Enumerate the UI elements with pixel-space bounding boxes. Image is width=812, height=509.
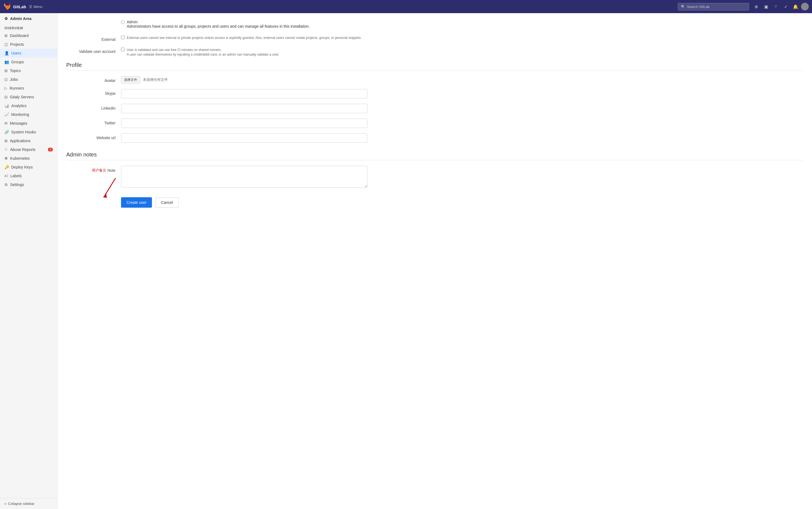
admin-area-icon: ⚙	[4, 16, 8, 21]
nav-icons: ⊕ ▣ ⑂ ✓ 🔔	[752, 2, 809, 11]
cancel-button[interactable]: Cancel	[155, 197, 179, 208]
logo-area[interactable]: GitLab	[3, 3, 26, 10]
avatar-label: Avatar	[66, 76, 121, 83]
external-desc: External users cannot see internal or pr…	[127, 36, 362, 40]
linkedin-input[interactable]	[121, 104, 367, 113]
admin-radio-desc: Administrators have access to all groups…	[127, 24, 310, 29]
sidebar-item-projects[interactable]: ◫ Projects	[0, 40, 57, 49]
merge-request-icon-button[interactable]: ⑂	[772, 2, 780, 11]
validate-user-row: Validate user account User is validated …	[66, 47, 803, 57]
abuse-reports-icon: ⚐	[4, 147, 8, 152]
skype-field	[121, 89, 367, 98]
projects-icon: ◫	[4, 42, 8, 46]
admin-notes-title: Admin notes	[66, 151, 803, 160]
note-textarea[interactable]	[121, 166, 367, 188]
search-box[interactable]: 🔍	[678, 3, 749, 10]
gitlab-logo-icon	[3, 3, 11, 10]
search-input[interactable]	[687, 5, 746, 9]
validate-desc1: User is validated and can use free CI mi…	[127, 48, 279, 52]
todo-icon-button[interactable]: ✓	[781, 2, 790, 11]
sidebar-item-analytics[interactable]: 📊 Analytics	[0, 101, 57, 110]
note-field	[121, 166, 367, 189]
topics-icon: ⊞	[4, 68, 8, 73]
sidebar-admin-area-label: ⚙ Admin Area	[0, 13, 57, 24]
sidebar-item-topics[interactable]: ⊞ Topics	[0, 66, 57, 75]
skype-label: Skype	[66, 89, 121, 96]
twitter-input[interactable]	[121, 118, 367, 128]
top-navigation: GitLab ☰ Menu 🔍 ⊕ ▣ ⑂ ✓ 🔔	[0, 0, 812, 13]
linkedin-field	[121, 104, 367, 113]
sidebar-item-settings[interactable]: ⚙ Settings	[0, 180, 57, 189]
note-label-combined: 用户备注 Note	[66, 166, 121, 173]
sidebar-item-jobs[interactable]: ⊡ Jobs	[0, 75, 57, 84]
linkedin-label: Linkedin	[66, 104, 121, 110]
user-avatar[interactable]	[801, 3, 809, 10]
sidebar: ⚙ Admin Area Overview ⊞ Dashboard ◫ Proj…	[0, 13, 58, 509]
plus-icon-button[interactable]: ⊕	[752, 2, 761, 11]
jobs-icon: ⊡	[4, 77, 8, 82]
admin-radio-text: Admin	[127, 20, 310, 24]
search-icon: 🔍	[681, 5, 685, 9]
collapse-sidebar-button[interactable]: « Collapse sidebar	[0, 498, 58, 509]
action-buttons: Create user Cancel	[66, 197, 803, 208]
sidebar-item-users[interactable]: 👤 Users	[0, 49, 57, 58]
twitter-row: Twitter	[66, 118, 803, 128]
collapse-icon: «	[4, 502, 6, 506]
sidebar-item-gitaly-servers[interactable]: ⊟ Gitaly Servers	[0, 93, 57, 101]
sidebar-item-abuse-reports[interactable]: ⚐ Abuse Reports 0	[0, 145, 57, 154]
red-arrow-svg	[99, 175, 126, 200]
note-row: 用户备注 Note	[66, 166, 803, 189]
sidebar-item-system-hooks[interactable]: 🔗 System Hooks	[0, 128, 57, 136]
sidebar-item-messages[interactable]: ✉ Messages	[0, 119, 57, 128]
abuse-reports-badge: 0	[48, 148, 53, 151]
notification-icon-button[interactable]: 🔔	[791, 2, 800, 11]
sidebar-item-deploy-keys[interactable]: 🔑 Deploy Keys	[0, 163, 57, 171]
svg-line-0	[105, 178, 115, 196]
twitter-label: Twitter	[66, 118, 121, 125]
runners-icon: ▷	[4, 86, 7, 91]
kubernetes-icon: ☸	[4, 156, 8, 161]
validate-field: User is validated and can use free CI mi…	[121, 47, 367, 57]
note-label: Note	[107, 168, 115, 173]
overview-section-label: Overview	[0, 24, 57, 31]
avatar-row: Avatar 选择文件 未选择任何文件	[66, 76, 803, 83]
avatar-file-button[interactable]: 选择文件	[121, 76, 140, 83]
skype-input[interactable]	[121, 89, 367, 98]
main-content: Admin Administrators have access to all …	[58, 13, 812, 509]
settings-icon: ⚙	[4, 182, 8, 187]
profile-section: Profile Avatar 选择文件 未选择任何文件 Skype Linked…	[66, 62, 803, 143]
linkedin-row: Linkedin	[66, 104, 803, 113]
admin-radio-label	[66, 20, 121, 22]
external-checkbox-row: External External users cannot see inter…	[66, 35, 803, 42]
sidebar-item-runners[interactable]: ▷ Runners	[0, 84, 57, 93]
monitoring-icon: 📈	[4, 112, 9, 117]
external-label: External	[66, 35, 121, 42]
external-checkbox[interactable]	[121, 36, 124, 39]
admin-notes-section: Admin notes 用户备注 Note	[66, 151, 803, 189]
admin-radio-field: Admin Administrators have access to all …	[121, 20, 367, 30]
avatar-file-placeholder: 未选择任何文件	[143, 77, 168, 82]
system-hooks-icon: 🔗	[4, 130, 9, 134]
sidebar-item-dashboard[interactable]: ⊞ Dashboard	[0, 31, 57, 40]
admin-radio-row: Admin Administrators have access to all …	[66, 20, 803, 30]
menu-button[interactable]: ☰ Menu	[29, 5, 43, 9]
website-url-label: Website url	[66, 133, 121, 140]
sidebar-item-groups[interactable]: 👥 Groups	[0, 58, 57, 66]
website-url-field	[121, 133, 367, 143]
sidebar-item-labels[interactable]: 🏷 Labels	[0, 171, 57, 180]
users-icon: 👤	[4, 51, 9, 55]
sidebar-item-applications[interactable]: ⊞ Applications	[0, 136, 57, 145]
profile-section-title: Profile	[66, 62, 803, 71]
sidebar-item-monitoring[interactable]: 📈 Monitoring	[0, 110, 57, 119]
dock-icon-button[interactable]: ▣	[762, 2, 770, 11]
validate-checkbox[interactable]	[121, 48, 124, 51]
validate-desc2: A user can validate themselves by inputt…	[127, 53, 279, 57]
svg-marker-1	[103, 194, 107, 198]
arrow-annotation	[99, 175, 126, 201]
admin-radio-input[interactable]	[121, 21, 124, 24]
messages-icon: ✉	[4, 121, 8, 126]
website-url-input[interactable]	[121, 133, 367, 143]
deploy-keys-icon: 🔑	[4, 165, 9, 169]
sidebar-item-kubernetes[interactable]: ☸ Kubernetes	[0, 154, 57, 163]
dashboard-icon: ⊞	[4, 33, 8, 38]
